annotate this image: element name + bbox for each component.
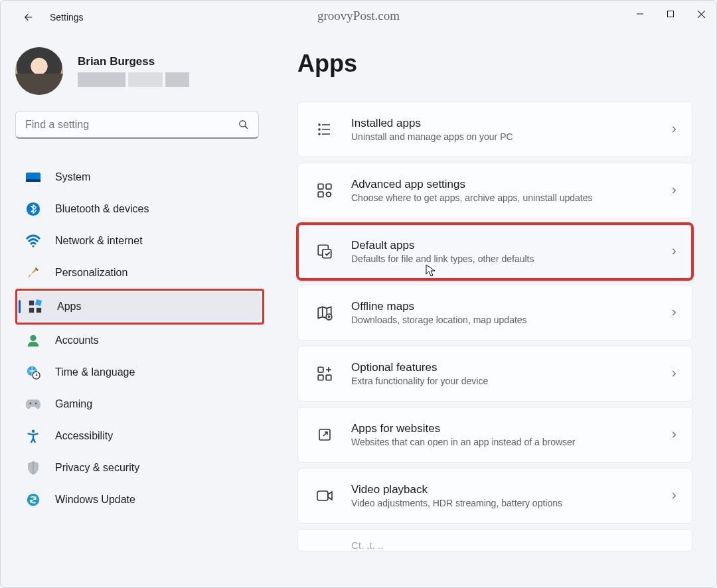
card-title: Advanced app settings <box>351 178 669 191</box>
nav-label: Gaming <box>55 398 92 410</box>
svg-rect-35 <box>326 375 331 380</box>
nav-item-privacy[interactable]: Privacy & security <box>15 453 263 482</box>
bluetooth-icon <box>23 199 43 219</box>
svg-point-19 <box>32 429 35 433</box>
card-advanced-app-settings[interactable]: Advanced app settingsChoose where to get… <box>297 163 692 218</box>
list-icon <box>313 117 337 141</box>
accessibility-icon <box>23 426 43 446</box>
default-apps-icon <box>313 240 337 263</box>
card-title: Installed apps <box>351 117 669 130</box>
maximize-button[interactable] <box>655 1 686 27</box>
card-subtitle: Extra functionality for your device <box>351 376 669 386</box>
card-installed-apps[interactable]: Installed appsUninstall and manage apps … <box>297 102 692 157</box>
globe-clock-icon <box>23 362 43 382</box>
close-icon <box>697 10 706 19</box>
card-subtitle: Websites that can open in an app instead… <box>351 437 669 447</box>
nav-label: Bluetooth & devices <box>55 203 149 215</box>
nav-item-bluetooth[interactable]: Bluetooth & devices <box>15 194 263 224</box>
back-button[interactable] <box>19 8 38 27</box>
card-subtitle: Video adjustments, HDR streaming, batter… <box>351 498 669 508</box>
chevron-right-icon <box>669 369 678 378</box>
svg-point-30 <box>327 192 331 197</box>
nav-label: Privacy & security <box>55 462 139 474</box>
svg-rect-36 <box>318 375 323 380</box>
card-subtitle: Uninstall and manage apps on your PC <box>351 131 669 142</box>
main-content: Apps Installed appsUninstall and manage … <box>270 34 716 587</box>
svg-rect-13 <box>35 299 42 306</box>
user-name: Brian Burgess <box>78 55 189 68</box>
svg-point-17 <box>30 403 32 405</box>
nav-list: System Bluetooth & devices Network & int… <box>15 163 263 514</box>
card-apps-for-websites[interactable]: Apps for websitesWebsites that can open … <box>297 407 692 463</box>
card-title: Video playback <box>351 483 669 496</box>
close-button[interactable] <box>686 1 716 27</box>
card-title: Offline maps <box>351 300 669 313</box>
svg-rect-10 <box>29 301 34 305</box>
svg-rect-34 <box>318 367 323 372</box>
chevron-right-icon <box>669 186 678 195</box>
user-email-redacted <box>78 72 189 87</box>
video-icon <box>313 484 337 508</box>
apps-gear-icon <box>313 179 337 202</box>
chevron-right-icon <box>669 491 678 500</box>
nav-item-accessibility[interactable]: Accessibility <box>15 421 263 451</box>
nav-item-apps[interactable]: Apps <box>17 292 261 321</box>
nav-item-system[interactable]: System <box>15 163 263 192</box>
nav-item-accounts[interactable]: Accounts <box>15 326 263 355</box>
nav-item-network[interactable]: Network & internet <box>15 226 263 256</box>
svg-point-4 <box>240 121 246 127</box>
page-title: Apps <box>297 50 692 78</box>
nav-label: Network & internet <box>55 235 143 247</box>
card-title: Default apps <box>351 239 669 252</box>
chevron-right-icon <box>669 430 678 439</box>
user-block[interactable]: Brian Burgess <box>15 47 263 95</box>
svg-rect-27 <box>318 184 323 189</box>
open-external-icon <box>313 423 337 447</box>
card-title: Optional features <box>351 361 669 374</box>
nav-item-gaming[interactable]: Gaming <box>15 390 263 419</box>
svg-point-18 <box>35 403 37 405</box>
update-icon <box>23 490 43 510</box>
maximize-icon <box>667 10 675 18</box>
svg-rect-7 <box>26 179 40 182</box>
nav-label: Personalization <box>55 267 127 279</box>
card-subtitle: Downloads, storage location, map updates <box>351 315 669 325</box>
window-title: Settings <box>50 12 84 23</box>
nav-label: Accessibility <box>55 430 113 442</box>
chevron-right-icon <box>669 125 678 134</box>
arrow-left-icon <box>23 11 35 23</box>
chevron-right-icon <box>669 308 678 317</box>
card-offline-maps[interactable]: Offline mapsDownloads, storage location,… <box>297 285 692 340</box>
svg-point-14 <box>30 335 36 341</box>
card-subtitle: Choose where to get apps, archive apps, … <box>351 192 669 203</box>
system-icon <box>23 167 43 187</box>
person-icon <box>23 331 43 350</box>
svg-line-5 <box>245 126 248 129</box>
svg-rect-12 <box>37 308 41 313</box>
svg-rect-32 <box>323 250 331 258</box>
card-subtitle: Defaults for file and link types, other … <box>351 254 669 264</box>
map-download-icon <box>313 301 337 325</box>
search-input[interactable] <box>25 119 238 131</box>
card-optional-features[interactable]: Optional featuresExtra functionality for… <box>297 346 692 402</box>
svg-point-25 <box>319 133 320 135</box>
chevron-right-icon <box>669 247 678 256</box>
nav-label: Apps <box>57 301 81 313</box>
card-startup-cutoff[interactable]: Ct. .t. .. <box>297 529 692 551</box>
nav-item-personalization[interactable]: Personalization <box>15 258 263 287</box>
nav-item-update[interactable]: Windows Update <box>15 485 263 514</box>
svg-rect-1 <box>668 11 674 17</box>
watermark-text: groovyPost.com <box>317 9 400 23</box>
apps-icon <box>25 297 45 317</box>
wifi-icon <box>23 231 43 251</box>
card-title: Ct. .t. .. <box>351 540 678 551</box>
search-box[interactable] <box>15 111 259 139</box>
svg-rect-28 <box>326 184 331 189</box>
nav-item-time[interactable]: Time & language <box>15 358 263 387</box>
card-default-apps[interactable]: Default appsDefaults for file and link t… <box>297 224 692 279</box>
minimize-button[interactable] <box>625 1 655 27</box>
svg-point-21 <box>319 124 320 125</box>
card-title: Apps for websites <box>351 422 669 435</box>
svg-rect-38 <box>317 491 328 500</box>
card-video-playback[interactable]: Video playbackVideo adjustments, HDR str… <box>297 468 692 524</box>
